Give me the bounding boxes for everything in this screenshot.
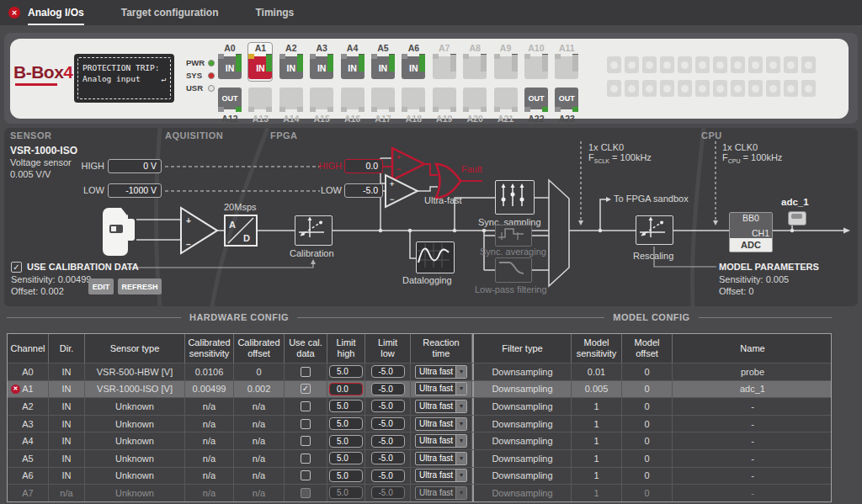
channel-in-box[interactable]	[433, 56, 456, 79]
chevron-down-icon[interactable]: ▾	[455, 366, 466, 378]
chevron-down-icon[interactable]: ▾	[455, 453, 466, 464]
chevron-down-icon[interactable]: ▾	[455, 470, 466, 481]
limit_high-input[interactable]: 5.0	[329, 417, 363, 430]
limit_high-input[interactable]: 5.0	[329, 486, 363, 499]
channel-in-box[interactable]	[463, 56, 487, 79]
channel-out-box[interactable]: OUT	[524, 88, 548, 109]
limit_low-input[interactable]: -5.0	[371, 435, 405, 448]
channel-in-box[interactable]: IN	[310, 56, 333, 79]
fpga-low-input[interactable]: -5.0	[344, 183, 383, 198]
reaction-time-dropdown[interactable]: Ultra fast▾	[415, 400, 467, 413]
reaction-time-dropdown[interactable]: Ultra fast▾	[415, 382, 467, 395]
limit_low-input[interactable]: -5.0	[371, 470, 405, 482]
channel-out-box[interactable]	[248, 88, 272, 109]
channel-out-A14[interactable]: A14	[279, 84, 304, 124]
channel-in-box[interactable]	[494, 56, 518, 79]
channel-out-box[interactable]	[310, 88, 333, 109]
limit_low-input[interactable]: -5.0	[371, 400, 405, 412]
limit_low-input[interactable]: -5.0	[371, 417, 405, 430]
sensor-high-input[interactable]: 0 V	[108, 159, 162, 173]
table-row-A2[interactable]: A2INUnknownn/an/a5.0-5.0Ultra fast▾Downs…	[8, 397, 831, 415]
tab-timings[interactable]: Timings	[255, 0, 294, 25]
tab-analog-ios[interactable]: Analog I/Os	[28, 0, 84, 25]
channel-out-A12[interactable]: OUTA12	[217, 84, 242, 124]
channel-in-box[interactable]: IN	[371, 56, 395, 79]
channel-out-box[interactable]	[279, 88, 303, 109]
use-calibration-checkbox[interactable]: ✓	[11, 262, 22, 273]
reaction-time-dropdown[interactable]: Ultra fast▾	[415, 434, 467, 448]
channel-out-A19[interactable]: A19	[432, 84, 457, 124]
channel-out-box[interactable]	[341, 88, 364, 109]
channel-in-A4[interactable]: A4IN	[340, 42, 365, 82]
channel-out-A17[interactable]: A17	[370, 84, 396, 124]
sync-averaging-block[interactable]	[495, 225, 532, 247]
channel-out-box[interactable]	[371, 88, 395, 109]
channel-out-box[interactable]	[433, 88, 456, 109]
channel-in-A10[interactable]: A10	[524, 42, 549, 82]
channel-out-box[interactable]: OUT	[555, 88, 578, 109]
table-row-A0[interactable]: A0INVSR-500-HBW [V]0.010605.0-5.0Ultra f…	[8, 363, 831, 380]
edit-button[interactable]: EDIT	[88, 279, 114, 294]
limit_low-input[interactable]: -5.0	[371, 383, 405, 395]
channel-in-A9[interactable]: A9	[493, 42, 519, 82]
limit_high-input[interactable]: 5.0	[329, 452, 363, 464]
channel-in-box[interactable]	[524, 56, 548, 79]
channel-in-box[interactable]: IN	[341, 56, 364, 79]
channel-out-A16[interactable]: A16	[340, 84, 365, 124]
limit_low-input[interactable]: -5.0	[371, 486, 405, 499]
table-row-A5[interactable]: A5INUnknownn/an/a5.0-5.0Ultra fast▾Downs…	[8, 449, 831, 467]
channel-out-box[interactable]: OUT	[218, 88, 242, 109]
channel-in-A5[interactable]: A5IN	[370, 42, 396, 82]
sensor-low-input[interactable]: -1000 V	[108, 183, 162, 198]
use-cal-checkbox[interactable]	[301, 470, 311, 480]
table-row-A4[interactable]: A4INUnknownn/an/a5.0-5.0Ultra fast▾Downs…	[8, 432, 831, 449]
limit_high-input[interactable]: 5.0	[329, 470, 363, 482]
channel-out-A13[interactable]: A13	[247, 84, 273, 124]
channel-in-A6[interactable]: A6IN	[401, 42, 426, 82]
limit_low-input[interactable]: -5.0	[371, 365, 405, 378]
limit_high-input[interactable]: 5.0	[329, 400, 363, 412]
channel-out-A21[interactable]: A21	[493, 84, 519, 124]
channel-in-box[interactable]: IN	[248, 56, 272, 79]
reaction-time-dropdown[interactable]: Ultra fast▾	[415, 365, 467, 379]
table-row-A3[interactable]: A3INUnknownn/an/a5.0-5.0Ultra fast▾Downs…	[8, 415, 831, 432]
limit_high-input[interactable]: 5.0	[329, 365, 363, 378]
use-cal-checkbox[interactable]	[301, 436, 311, 446]
table-row-A1[interactable]: ✕A1INVSR-1000-ISO [V]0.004990.002✓0.0-5.…	[8, 380, 831, 398]
channel-out-box[interactable]	[463, 88, 487, 109]
channel-in-A1[interactable]: A1IN	[247, 42, 273, 82]
fpga-high-input[interactable]: 0.0	[344, 159, 383, 173]
sync-sampling-block[interactable]	[495, 180, 535, 215]
use-cal-checkbox[interactable]	[301, 401, 311, 411]
table-row-A6[interactable]: A6INUnknownn/an/a5.0-5.0Ultra fast▾Downs…	[8, 467, 831, 485]
reaction-time-dropdown[interactable]: Ultra fast▾	[415, 417, 467, 431]
use-cal-checkbox[interactable]	[301, 367, 311, 377]
channel-in-box[interactable]	[555, 56, 578, 79]
channel-in-A0[interactable]: A0IN	[217, 42, 242, 82]
channel-in-A2[interactable]: A2IN	[279, 42, 304, 82]
table-row-A7[interactable]: A7n/aUnknownn/an/a5.0-5.0Ultra fast▾Down…	[8, 484, 831, 501]
channel-in-box[interactable]: IN	[279, 56, 303, 79]
datalogging-block[interactable]	[416, 241, 455, 273]
refresh-button[interactable]: REFRESH	[118, 279, 162, 294]
chevron-down-icon[interactable]: ▾	[455, 418, 466, 430]
channel-out-A18[interactable]: A18	[401, 84, 426, 124]
lowpass-block[interactable]	[495, 257, 532, 283]
channel-in-box[interactable]: IN	[402, 56, 425, 79]
use-cal-checkbox[interactable]	[301, 488, 311, 498]
limit_high-input[interactable]: 0.0	[329, 383, 363, 395]
use-cal-checkbox[interactable]: ✓	[301, 384, 311, 394]
channel-in-A7[interactable]: A7	[432, 42, 457, 82]
channel-out-A15[interactable]: A15	[309, 84, 334, 124]
chevron-down-icon[interactable]: ▾	[455, 487, 466, 499]
channel-out-box[interactable]	[402, 88, 425, 109]
chevron-down-icon[interactable]: ▾	[455, 383, 466, 395]
close-tab-icon[interactable]: ✕	[8, 7, 20, 19]
chevron-down-icon[interactable]: ▾	[455, 435, 466, 447]
channel-in-box[interactable]: IN	[218, 56, 242, 79]
channel-in-A8[interactable]: A8	[462, 42, 487, 82]
channel-out-A23[interactable]: OUTA23	[554, 84, 579, 124]
limit_low-input[interactable]: -5.0	[371, 452, 405, 464]
signal-probe-icon[interactable]	[788, 211, 806, 225]
limit_high-input[interactable]: 5.0	[329, 435, 363, 448]
